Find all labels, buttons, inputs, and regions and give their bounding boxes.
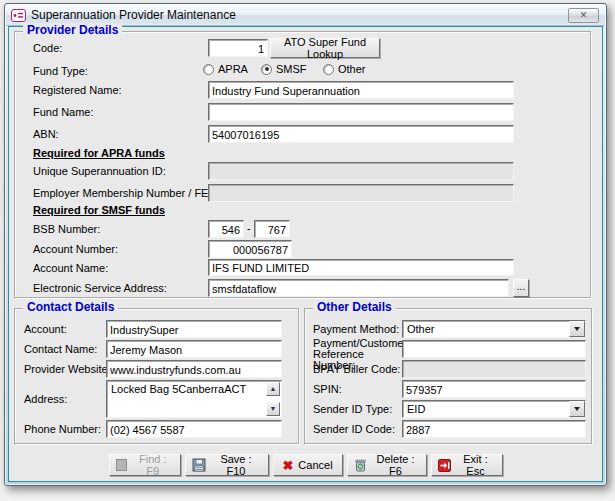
code-label: Code: xyxy=(33,42,62,54)
other-details-title: Other Details xyxy=(313,300,396,314)
radio-smsf-circle-icon xyxy=(261,64,272,75)
dropdown-arrow-icon xyxy=(574,327,580,331)
payment-method-label: Payment Method: xyxy=(313,323,399,335)
code-input[interactable] xyxy=(208,39,268,57)
delete-icon xyxy=(354,458,367,472)
close-button[interactable]: ✕ xyxy=(568,8,599,23)
dropdown-arrow-icon xyxy=(574,407,580,411)
registered-name-label: Registered Name: xyxy=(33,84,122,96)
smsf-section-heading: Required for SMSF funds xyxy=(33,204,165,216)
other-details-group: Other Details Payment Method: Other Paym… xyxy=(304,308,592,444)
delete-button-label: Delete : F6 xyxy=(372,453,420,477)
bpay-biller-code-label: BPAY Biller Code: xyxy=(313,363,400,375)
cancel-icon: ✖ xyxy=(282,459,293,472)
spin-label: SPIN: xyxy=(313,383,342,395)
find-button: Find : F9 xyxy=(109,454,181,476)
dialog-client-area: Provider Details Code: ATO Super Fund Lo… xyxy=(8,26,603,482)
save-button[interactable]: Save : F10 xyxy=(185,454,269,476)
account-name-label: Account Name: xyxy=(33,262,108,274)
employer-membership-input xyxy=(208,184,514,202)
abn-label: ABN: xyxy=(33,128,59,140)
radio-apra-circle-icon xyxy=(203,64,214,75)
registered-name-input[interactable] xyxy=(208,81,514,99)
address-label: Address: xyxy=(24,393,67,405)
provider-details-group: Provider Details Code: ATO Super Fund Lo… xyxy=(14,31,591,298)
sender-id-code-input[interactable] xyxy=(402,420,586,438)
abn-input[interactable] xyxy=(208,125,514,143)
account-number-label: Account Number: xyxy=(33,243,118,255)
fund-name-input[interactable] xyxy=(208,103,514,121)
sender-id-type-value: EID xyxy=(407,403,425,415)
scroll-up-icon: ▲ xyxy=(270,385,277,392)
radio-apra-label: APRA xyxy=(218,63,248,75)
address-scroll-down-button[interactable]: ▼ xyxy=(266,402,280,416)
dialog-window: Superannuation Provider Maintenance ✕ Pr… xyxy=(4,3,607,486)
radio-apra[interactable]: APRA xyxy=(203,63,248,75)
delete-button[interactable]: Delete : F6 xyxy=(347,454,427,476)
esa-label: Electronic Service Address: xyxy=(33,282,167,294)
app-icon xyxy=(11,9,26,22)
radio-other-circle-icon xyxy=(323,64,334,75)
phone-number-label: Phone Number: xyxy=(24,423,101,435)
sender-id-type-label: Sender ID Type: xyxy=(313,403,392,415)
sender-id-code-label: Sender ID Code: xyxy=(313,423,395,435)
contact-name-label: Contact Name: xyxy=(24,343,97,355)
action-button-row: Find : F9 Save : F10 ✖ Cancel xyxy=(9,454,602,476)
bsb-number-label: BSB Number: xyxy=(33,223,100,235)
employer-membership-label: Employer Membership Number / FEN: xyxy=(33,187,219,199)
radio-smsf-label: SMSF xyxy=(276,63,307,75)
payment-method-select[interactable]: Other xyxy=(402,320,586,338)
cancel-button-label: Cancel xyxy=(298,459,332,471)
bsb-input-1[interactable] xyxy=(208,220,244,238)
provider-website-label: Provider Website: xyxy=(24,363,111,375)
ato-super-fund-lookup-button[interactable]: ATO Super Fund Lookup xyxy=(270,38,380,58)
radio-smsf[interactable]: SMSF xyxy=(261,63,307,75)
exit-button-label: Exit : Esc xyxy=(456,453,496,477)
usi-input xyxy=(208,162,514,180)
bpay-biller-code-input xyxy=(402,360,586,378)
fund-type-label: Fund Type: xyxy=(33,65,88,77)
contact-details-group: Contact Details Account: Contact Name: P… xyxy=(14,308,299,444)
radio-other-label: Other xyxy=(338,63,366,75)
provider-website-input[interactable] xyxy=(106,360,282,378)
account-name-input[interactable] xyxy=(208,259,514,276)
find-button-label: Find : F9 xyxy=(132,453,173,477)
sender-id-type-dropdown-button[interactable] xyxy=(569,401,585,417)
save-button-label: Save : F10 xyxy=(211,453,262,477)
account-number-input[interactable] xyxy=(208,240,292,258)
scroll-down-icon: ▼ xyxy=(270,405,277,412)
radio-other[interactable]: Other xyxy=(323,63,366,75)
usi-label: Unique Superannuation ID: xyxy=(33,165,166,177)
save-icon xyxy=(192,458,206,472)
address-scroll-up-button[interactable]: ▲ xyxy=(266,382,280,396)
bsb-input-2[interactable] xyxy=(254,220,290,238)
account-label: Account: xyxy=(24,323,67,335)
payment-reference-input[interactable] xyxy=(402,340,586,358)
close-icon: ✕ xyxy=(580,10,588,20)
exit-icon xyxy=(438,459,451,472)
window-title: Superannuation Provider Maintenance xyxy=(31,8,563,22)
contact-name-input[interactable] xyxy=(106,340,282,358)
exit-button[interactable]: Exit : Esc xyxy=(431,454,503,476)
esa-input[interactable] xyxy=(208,279,509,297)
bsb-separator: - xyxy=(247,222,251,234)
contact-details-title: Contact Details xyxy=(23,300,118,314)
address-textarea[interactable]: Locked Bag 5CanberraACT ▲ ▼ xyxy=(106,380,282,418)
fund-name-label: Fund Name: xyxy=(33,106,94,118)
spin-input[interactable] xyxy=(402,380,586,398)
address-text: Locked Bag 5CanberraACT xyxy=(111,383,263,396)
esa-browse-button[interactable]: ... xyxy=(513,279,529,297)
provider-details-title: Provider Details xyxy=(23,23,122,37)
phone-number-input[interactable] xyxy=(106,420,282,438)
find-icon xyxy=(116,459,128,471)
payment-method-value: Other xyxy=(407,323,435,335)
cancel-button[interactable]: ✖ Cancel xyxy=(273,454,343,476)
payment-method-dropdown-button[interactable] xyxy=(569,321,585,337)
sender-id-type-select[interactable]: EID xyxy=(402,400,586,418)
apra-section-heading: Required for APRA funds xyxy=(33,147,165,159)
account-input[interactable] xyxy=(106,320,282,338)
